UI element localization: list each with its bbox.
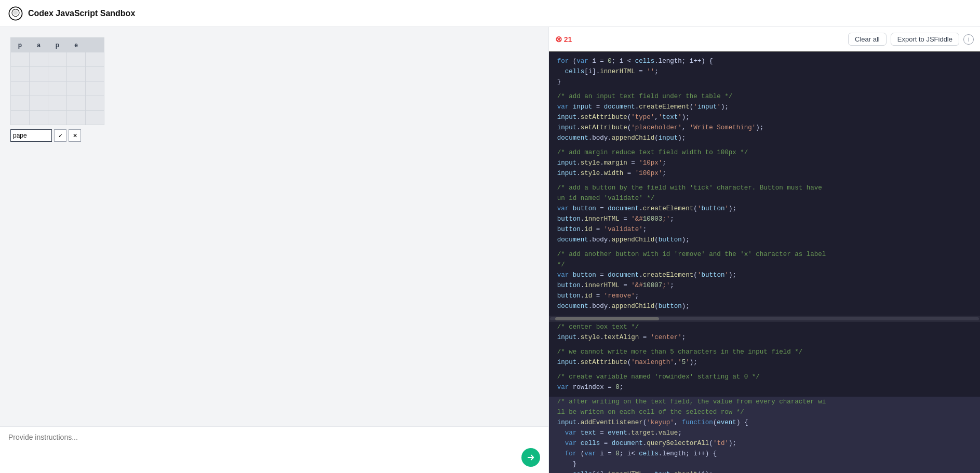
- table-cell: [86, 96, 104, 111]
- error-badge: ⊗ 21: [555, 34, 572, 44]
- confirm-button[interactable]: ✓: [54, 129, 66, 142]
- table-text-input[interactable]: [10, 129, 52, 142]
- table-cell: [30, 52, 48, 67]
- table-cell: [67, 82, 86, 96]
- table-cell: [86, 111, 104, 125]
- send-button[interactable]: [521, 448, 540, 467]
- table-row: [11, 52, 104, 67]
- table-cell: [48, 111, 67, 125]
- table-cell: [48, 96, 67, 111]
- preview-area: p a p e: [0, 27, 548, 426]
- send-icon: [526, 453, 535, 462]
- error-count: 21: [564, 35, 572, 44]
- table-cell: [67, 96, 86, 111]
- code-area[interactable]: for (var i = 0; i < cells.length; i++) {…: [549, 52, 980, 473]
- instruction-area: [0, 426, 548, 473]
- table-cell: [11, 52, 30, 67]
- left-panel: p a p e: [0, 27, 549, 473]
- col-header-empty: [86, 38, 104, 52]
- col-header-a: a: [30, 38, 48, 52]
- table-cell: [67, 67, 86, 82]
- col-header-p1: p: [11, 38, 30, 52]
- header: Codex JavaScript Sandbox: [0, 0, 980, 27]
- col-header-p2: p: [48, 38, 67, 52]
- openai-logo: [8, 6, 23, 21]
- preview-table: p a p e: [10, 37, 104, 125]
- preview-table-container: p a p e: [10, 37, 104, 142]
- table-cell: [86, 52, 104, 67]
- info-icon[interactable]: i: [963, 34, 974, 45]
- table-cell: [48, 82, 67, 96]
- table-cell: [67, 111, 86, 125]
- table-cell: [11, 82, 30, 96]
- col-header-e: e: [67, 38, 86, 52]
- table-cell: [30, 111, 48, 125]
- table-cell: [11, 111, 30, 125]
- cancel-button[interactable]: ✕: [69, 129, 81, 142]
- table-cell: [48, 67, 67, 82]
- table-row: [11, 67, 104, 82]
- app-title: Codex JavaScript Sandbox: [28, 9, 135, 18]
- clear-all-button[interactable]: Clear all: [848, 33, 887, 46]
- main-layout: p a p e: [0, 27, 980, 473]
- table-row: [11, 111, 104, 125]
- right-panel: ⊗ 21 Clear all Export to JSFiddle i for …: [549, 27, 980, 473]
- table-row: [11, 82, 104, 96]
- table-cell: [30, 82, 48, 96]
- table-cell: [30, 67, 48, 82]
- table-cell: [48, 52, 67, 67]
- table-cell: [11, 67, 30, 82]
- table-input-row: ✓ ✕: [10, 129, 81, 142]
- table-cell: [86, 67, 104, 82]
- table-cell: [86, 82, 104, 96]
- error-icon: ⊗: [555, 34, 562, 44]
- table-row: [11, 96, 104, 111]
- instruction-input[interactable]: [8, 433, 517, 464]
- table-cell: [11, 96, 30, 111]
- export-button[interactable]: Export to JSFiddle: [891, 33, 959, 46]
- code-header-actions: Clear all Export to JSFiddle i: [848, 33, 974, 46]
- table-cell: [67, 52, 86, 67]
- code-header: ⊗ 21 Clear all Export to JSFiddle i: [549, 27, 980, 52]
- table-cell: [30, 96, 48, 111]
